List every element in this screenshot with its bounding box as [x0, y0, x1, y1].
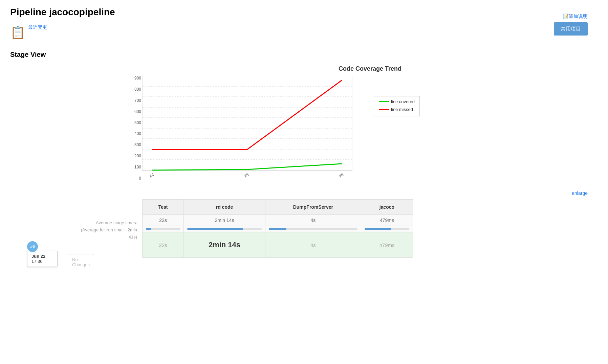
y-label-400: 400	[129, 131, 141, 136]
chart-title: Code Coverage Trend	[142, 65, 598, 72]
svg-text:#4: #4	[149, 172, 155, 179]
avg-dump: 4s	[265, 215, 361, 226]
progress-test	[143, 226, 184, 232]
y-label-900: 900	[129, 76, 141, 81]
progress-bars-row	[143, 226, 413, 232]
progress-jacoco	[361, 226, 413, 232]
y-label-800: 800	[129, 87, 141, 92]
recent-changes-link[interactable]: 最近变更	[28, 24, 47, 30]
y-label-300: 300	[129, 142, 141, 147]
svg-text:#6: #6	[338, 172, 345, 179]
col-test: Test	[143, 200, 184, 215]
legend-covered-label: line covered	[391, 99, 415, 104]
notebook-icon: 📋	[10, 25, 25, 40]
col-jacoco: jacoco	[361, 200, 413, 215]
y-label-500: 500	[129, 120, 141, 125]
build-val-rdcode: 2min 14s	[184, 232, 265, 258]
build-info-area: #6 Jun 22 17:36 NoChanges	[10, 244, 142, 274]
top-right-actions: 📝添加说明 禁用项目	[554, 14, 588, 36]
progress-dump	[265, 226, 361, 232]
build-time: 17:36	[31, 259, 53, 264]
legend-missed-label: line missed	[391, 107, 413, 112]
svg-rect-10	[142, 76, 352, 170]
y-label-100: 100	[129, 165, 141, 169]
avg-stage-label: Average stage times: (Average full run t…	[10, 199, 142, 241]
progress-rdcode	[184, 226, 265, 232]
build-val-dump: 4s	[265, 232, 361, 258]
table-header-row: Test rd code DumpFromServer jacoco	[143, 200, 413, 215]
svg-text:#5: #5	[243, 172, 250, 179]
build-val-jacoco: 479ms	[361, 232, 413, 258]
y-label-700: 700	[129, 98, 141, 103]
coverage-chart: .grid-line { stroke: #ccc; stroke-width:…	[142, 76, 359, 187]
avg-times-row: 22s 2min 14s 4s 479ms	[143, 215, 413, 226]
enlarge-link[interactable]: enlarge	[572, 190, 588, 196]
build-values-row: 22s 2min 14s 4s 479ms	[143, 232, 413, 258]
y-label-600: 600	[129, 109, 141, 114]
avg-rdcode: 2min 14s	[184, 215, 265, 226]
y-label-200: 200	[129, 154, 141, 158]
col-rdcode: rd code	[184, 200, 265, 215]
avg-test: 22s	[143, 215, 184, 226]
build-popup: Jun 22 17:36	[27, 251, 58, 267]
build-val-test: 22s	[143, 232, 184, 258]
page-title: Pipeline jacocopipeline	[10, 7, 598, 18]
add-description-link[interactable]: 📝添加说明	[563, 14, 588, 20]
avg-jacoco: 479ms	[361, 215, 413, 226]
legend-missed: line missed	[379, 107, 415, 112]
col-dumpfromserver: DumpFromServer	[265, 200, 361, 215]
chart-legend: line covered line missed	[374, 96, 420, 116]
no-changes-label: NoChanges	[68, 254, 94, 270]
y-label-0: 0	[129, 176, 141, 181]
build-date: Jun 22	[31, 254, 53, 259]
legend-covered: line covered	[379, 99, 415, 104]
stage-view-heading: Stage View	[10, 51, 598, 59]
disable-project-button[interactable]: 禁用项目	[554, 22, 588, 36]
stage-view-table: Test rd code DumpFromServer jacoco 22s 2…	[142, 199, 413, 258]
